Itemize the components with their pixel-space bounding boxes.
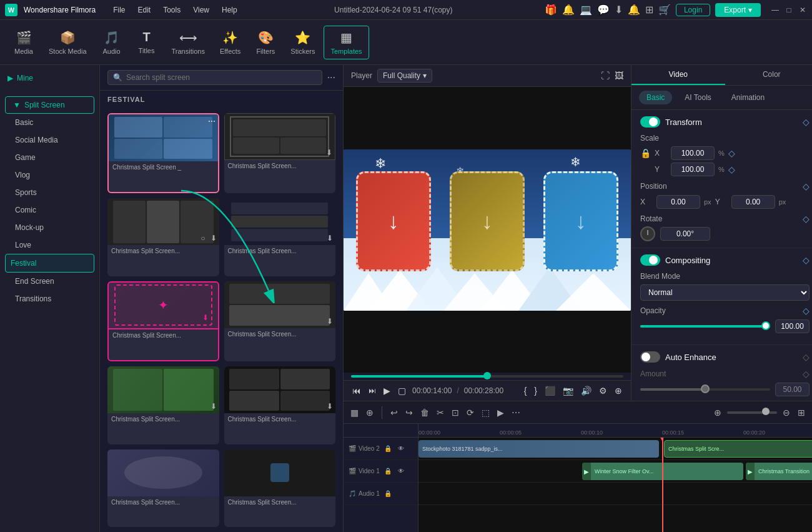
- item-more-icon[interactable]: ⋯: [208, 117, 215, 126]
- track-a1-lock[interactable]: 🔒: [382, 488, 394, 499]
- opacity-keyframe[interactable]: ◇: [803, 306, 810, 316]
- sidebar-item-comic[interactable]: Comic: [0, 201, 99, 219]
- grid-icon[interactable]: ⊞: [645, 4, 653, 16]
- amount-slider[interactable]: [640, 388, 770, 391]
- zoom-handle[interactable]: [762, 408, 770, 415]
- cart-icon[interactable]: 🛒: [658, 4, 671, 16]
- device-icon[interactable]: 💻: [580, 4, 592, 16]
- tl-more-button[interactable]: ⋯: [510, 406, 522, 419]
- menu-help[interactable]: Help: [217, 3, 242, 17]
- menu-file[interactable]: File: [108, 3, 130, 17]
- amount-handle[interactable]: [701, 384, 710, 393]
- sidebar-item-mockup[interactable]: Mock-up: [0, 219, 99, 236]
- menu-tools[interactable]: Tools: [158, 3, 186, 17]
- more-ctrl-btn[interactable]: ⊕: [613, 384, 623, 397]
- item-download-icon[interactable]: ⬇: [210, 402, 217, 411]
- list-item[interactable]: ⬇ Christmas Split Screen...: [224, 366, 336, 444]
- toolbar-templates[interactable]: ▦ Templates: [324, 26, 369, 59]
- sidebar-item-game[interactable]: Game: [0, 149, 99, 166]
- tl-select-button[interactable]: ⊡: [450, 406, 461, 419]
- lock-icon[interactable]: 🔒: [640, 148, 651, 158]
- sidebar-item-end-screen[interactable]: End Screen: [0, 273, 99, 290]
- mark-in-button[interactable]: {: [523, 384, 528, 397]
- pos-y-input[interactable]: 0.00: [731, 195, 775, 209]
- track-v1-eye[interactable]: 👁: [396, 466, 406, 476]
- camera-button[interactable]: 📷: [562, 384, 575, 397]
- rewind-button[interactable]: ⏮: [351, 384, 362, 397]
- fullscreen-icon[interactable]: ⛶: [601, 71, 610, 81]
- gift-icon[interactable]: 🎁: [545, 4, 557, 16]
- subtab-ai-tools[interactable]: AI Tools: [677, 91, 718, 104]
- list-item[interactable]: Christmas Split Screen...: [107, 449, 219, 527]
- tab-color[interactable]: Color: [725, 65, 813, 85]
- sidebar-item-transitions2[interactable]: Transitions: [0, 290, 99, 308]
- opacity-slider[interactable]: [640, 325, 770, 328]
- toolbar-audio[interactable]: 🎵 Audio: [96, 26, 128, 59]
- progress-handle[interactable]: [483, 372, 491, 379]
- playhead[interactable]: ▼: [662, 438, 663, 532]
- blend-mode-select[interactable]: Normal: [640, 284, 810, 301]
- transform-toggle[interactable]: [640, 116, 660, 128]
- zoom-out-button[interactable]: ⊖: [781, 406, 792, 419]
- tl-redo-button[interactable]: ↪: [404, 406, 415, 419]
- sidebar-item-social-media[interactable]: Social Media: [0, 131, 99, 149]
- tl-grid-button[interactable]: ▦: [349, 406, 360, 419]
- list-item[interactable]: ○ ⬇ Christmas Split Screen...: [107, 198, 219, 276]
- toolbar-transitions[interactable]: ⟷ Transitions: [166, 26, 211, 59]
- step-back-button[interactable]: ⏭: [367, 385, 377, 396]
- more-options-button[interactable]: ···: [327, 72, 335, 83]
- transform-keyframe-icon[interactable]: ◇: [803, 117, 810, 127]
- list-item[interactable]: ⋯ Christmas Split Screen _: [107, 113, 219, 193]
- toolbar-effects[interactable]: ✨ Effects: [214, 26, 247, 59]
- sidebar-item-love[interactable]: Love: [0, 236, 99, 254]
- maximize-button[interactable]: □: [785, 6, 793, 14]
- progress-bar[interactable]: [351, 375, 623, 378]
- subtab-basic[interactable]: Basic: [639, 91, 672, 104]
- auto-enhance-toggle[interactable]: [640, 351, 660, 363]
- tl-rotate-button[interactable]: ⟳: [465, 406, 476, 419]
- zoom-in-button[interactable]: ⊕: [712, 406, 723, 419]
- export-button[interactable]: Export ▾: [715, 3, 761, 17]
- login-button[interactable]: Login: [676, 4, 710, 16]
- item-download-icon[interactable]: ⬇: [326, 148, 332, 157]
- scale-y-keyframe[interactable]: ◇: [728, 164, 735, 174]
- message-icon[interactable]: 💬: [597, 4, 610, 16]
- track-v2-eye[interactable]: 👁: [396, 443, 406, 454]
- sidebar-item-basic[interactable]: Basic: [0, 114, 99, 131]
- quality-select[interactable]: Full Quality ▾: [377, 69, 432, 83]
- list-item[interactable]: ⬇ Christmas Split Screen...: [107, 366, 219, 444]
- tl-cut-button[interactable]: ✂: [435, 406, 446, 419]
- track-v2-lock[interactable]: 🔒: [382, 443, 394, 454]
- rotate-dial[interactable]: [640, 226, 655, 241]
- item-download-icon[interactable]: ⬇: [210, 234, 217, 243]
- toolbar-media[interactable]: 🎬 Media: [7, 26, 40, 59]
- tl-undo-button[interactable]: ↩: [389, 406, 400, 419]
- bell-icon[interactable]: 🔔: [562, 4, 575, 16]
- tl-crop-button[interactable]: ⬚: [480, 406, 492, 419]
- table-row[interactable]: Stockphoto 3181781 sadpp_is...: [418, 440, 659, 458]
- tl-add-button[interactable]: ⊕: [364, 406, 375, 419]
- list-item[interactable]: ⬇ Christmas Split Screen...: [224, 113, 336, 193]
- rotate-input[interactable]: 0.00°: [660, 227, 710, 241]
- sidebar-item-festival[interactable]: Festival: [5, 254, 94, 273]
- amount-value[interactable]: 50.00: [775, 383, 810, 396]
- rotate-keyframe[interactable]: ◇: [803, 214, 810, 224]
- track-v1-lock[interactable]: 🔒: [382, 466, 394, 476]
- scale-x-keyframe[interactable]: ◇: [728, 148, 735, 158]
- tl-delete-button[interactable]: 🗑: [418, 406, 431, 419]
- close-button[interactable]: ✕: [798, 6, 807, 14]
- list-item[interactable]: ✦ ⬇ Christmas Split Screen...: [107, 281, 219, 361]
- item-download-icon[interactable]: ⬇: [202, 313, 209, 322]
- list-item[interactable]: ⬇ Christmas Split Screen...: [224, 281, 336, 361]
- settings-btn[interactable]: ⚙: [598, 384, 608, 397]
- opacity-handle[interactable]: [761, 321, 770, 330]
- list-item[interactable]: ⬇ Christmas Split Screen...: [224, 198, 336, 276]
- item-download-icon[interactable]: ⬇: [327, 402, 333, 411]
- compositing-keyframe-icon[interactable]: ◇: [803, 255, 810, 265]
- position-keyframe[interactable]: ◇: [803, 181, 810, 191]
- opacity-value[interactable]: 100.00: [775, 319, 810, 333]
- scale-x-input[interactable]: 100.00: [671, 146, 715, 160]
- split-screen-header[interactable]: ▼ Split Screen: [5, 96, 94, 114]
- subtab-animation[interactable]: Animation: [724, 91, 772, 104]
- compositing-toggle[interactable]: [640, 254, 660, 266]
